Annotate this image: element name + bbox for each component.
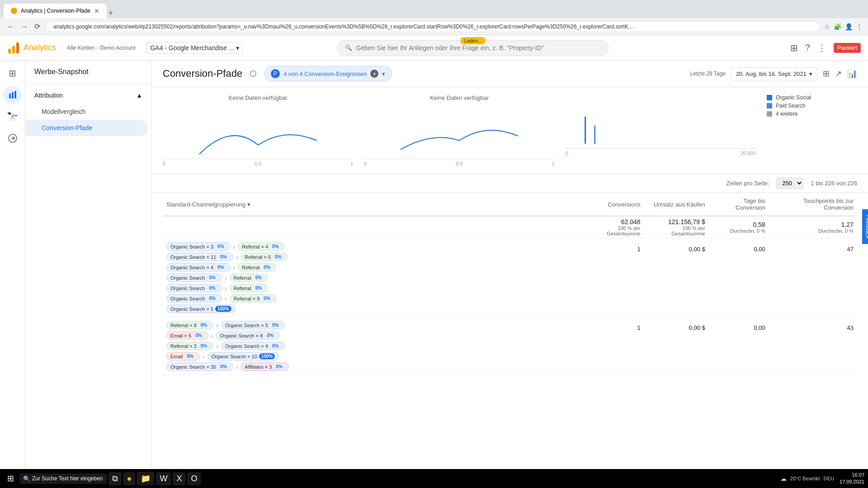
tag-referral-9: Referral × 9 0%: [230, 294, 277, 303]
search-icon: 🔍: [345, 44, 352, 51]
url-input[interactable]: [46, 21, 821, 32]
table-row: Referral × 8 0% › Organic Search × 5 0% …: [163, 317, 857, 375]
property-selector[interactable]: GA4 - Google Merchandise ... ▾: [146, 42, 243, 54]
pct-0: 0%: [270, 322, 281, 328]
pct-100: 100%: [215, 306, 231, 312]
pct-100: 100%: [259, 353, 275, 359]
reports-nav-icon[interactable]: [4, 86, 22, 104]
attribution-nav-icon[interactable]: [4, 129, 22, 147]
row1-revenue: 0,00 $: [644, 239, 709, 317]
taskbar-word[interactable]: W: [156, 472, 171, 485]
col-revenue[interactable]: Umsatz aus Käufen: [644, 193, 709, 216]
sidebar-item-modellvergleich[interactable]: Modellvergleich: [25, 103, 151, 120]
tag-organic-search-8: Organic Search × 8 0%: [216, 331, 280, 340]
taskbar-search[interactable]: 🔍 Zur Suche Text hier eingeben: [19, 474, 107, 484]
attribution-section-header[interactable]: Attribution ▲: [25, 87, 151, 103]
page-title-icon: ⬡: [250, 69, 257, 79]
col-touchpoints[interactable]: Touchpoints bis zur Conversion: [769, 193, 857, 216]
sidebar-item-conversion-pfade[interactable]: Conversion-Pfade: [25, 120, 148, 136]
word-icon: W: [160, 474, 167, 483]
start-button[interactable]: ⊞: [4, 472, 18, 485]
breadcrumb-account[interactable]: Demo Account: [100, 45, 135, 51]
content-actions: Letzte 28 Tage 20. Aug. bis 16. Sept. 20…: [690, 67, 857, 80]
share-icon[interactable]: ↗: [835, 69, 842, 79]
taskbar-task-view[interactable]: ⧉: [108, 472, 122, 485]
breadcrumb-all[interactable]: Alle Konten: [67, 45, 94, 51]
col-days-label: Tage bis Conversion: [736, 197, 765, 211]
search-input[interactable]: [356, 44, 601, 52]
pct-0: 0%: [218, 364, 229, 370]
chart-box-2: Keine Daten verfügbar 0 0,5 1: [364, 94, 554, 166]
tag-referral-single: Referral 0%: [238, 263, 277, 272]
legend-organic-social: Organic Social: [767, 94, 857, 101]
compare-icon[interactable]: ⊞: [823, 69, 830, 79]
pause-button[interactable]: Pausiert: [834, 43, 861, 53]
no-data-1: Keine Daten verfügbar: [163, 94, 353, 101]
tab-close-btn[interactable]: ✕: [94, 7, 99, 14]
explore-nav-icon[interactable]: 🔭: [4, 108, 22, 126]
more-icon[interactable]: ⋮: [856, 23, 863, 30]
col-path[interactable]: Standard-Channelgruppierung ▾: [163, 193, 580, 216]
svg-rect-0: [8, 49, 11, 53]
extension-icon[interactable]: 🧩: [834, 23, 841, 30]
chart-toggle-icon[interactable]: 📊: [847, 69, 857, 79]
feedback-button[interactable]: Feedback: [862, 209, 868, 244]
legend-dot-paid-search: [767, 103, 772, 108]
conversion-events-button[interactable]: P 4 von 4 Conversion-Ereignissen + ▾: [264, 66, 392, 81]
pct-0: 0%: [185, 353, 196, 359]
more-options-icon[interactable]: ⋮: [817, 42, 826, 53]
total-days-avg: Durchschn. 0 %: [712, 228, 765, 234]
help-icon[interactable]: ?: [805, 42, 810, 53]
clock-date: 17.09.2021: [840, 479, 864, 485]
legend-more: 4 weitere: [767, 111, 857, 117]
pct-0: 0%: [198, 343, 209, 349]
row2-days: 0,00: [709, 317, 769, 375]
excel-icon: X: [176, 474, 182, 483]
clock-time: 16:07: [840, 472, 864, 479]
tag-organic-search-5-100: Organic Search × 5 100%: [166, 305, 236, 313]
date-range-button[interactable]: 20. Aug. bis 16. Sept. 2021 ▾: [731, 67, 817, 80]
forward-button[interactable]: →: [19, 20, 30, 33]
arrow-1-5: ›: [225, 285, 227, 292]
taskbar-search-label: Zur Suche Text hier eingeben: [32, 475, 103, 482]
bookmark-icon[interactable]: ☆: [824, 23, 830, 30]
row1-touchpoints: 47: [769, 239, 857, 317]
apps-icon[interactable]: ⊞: [790, 42, 798, 53]
home-nav-icon[interactable]: ⊞: [4, 64, 22, 82]
table-controls: Zeilen pro Seite: 250 50 100 1 bis 226 v…: [152, 174, 868, 193]
pct-0: 0%: [215, 264, 226, 270]
pct-0: 0%: [274, 364, 284, 370]
back-button[interactable]: ←: [5, 20, 16, 33]
date-range-label: Letzte 28 Tage: [690, 70, 726, 77]
col-conversions[interactable]: Conversions: [580, 193, 644, 216]
row2-conversions: 1: [580, 317, 644, 375]
axis-0: 0: [163, 161, 165, 166]
taskbar-explorer[interactable]: 📁: [137, 472, 154, 485]
path-row-1-3: Organic Search × 4 0% › Referral 0%: [166, 263, 576, 272]
taskbar-excel[interactable]: X: [173, 472, 185, 485]
rows-per-page-label: Zeilen pro Seite:: [726, 180, 769, 187]
axis3-0: 0: [566, 150, 568, 156]
chart-axis-3: 0 20.000: [566, 150, 756, 156]
arrow-2-4: ›: [203, 353, 205, 360]
col-days[interactable]: Tage bis Conversion: [709, 193, 769, 216]
chrome-icon: ●: [127, 474, 132, 483]
tag-organic-search-d: Organic Search 0%: [166, 294, 222, 303]
col-path-label: Standard-Channelgruppierung: [166, 201, 245, 208]
pct-0: 0%: [193, 333, 204, 338]
col-path-dropdown-icon[interactable]: ▾: [247, 201, 250, 208]
total-revenue-val: 121.156,79 $: [648, 218, 705, 225]
table-row: Organic Search × 3 0% › Referral × 4 0% …: [163, 239, 857, 317]
new-tab-button[interactable]: +: [108, 9, 113, 18]
col-conversions-label: Conversions: [608, 201, 640, 208]
taskbar-outlook[interactable]: O: [187, 472, 201, 485]
rows-per-page-select[interactable]: 250 50 100: [776, 178, 803, 189]
taskbar-chrome[interactable]: ●: [123, 472, 136, 485]
chart-1: [163, 105, 353, 159]
pct-0: 0%: [253, 285, 264, 291]
browser-tab[interactable]: Analytics | Conversion-Pfade ✕: [4, 4, 107, 18]
refresh-button[interactable]: ⟳: [33, 20, 42, 33]
conversion-events-add-icon[interactable]: +: [370, 70, 378, 78]
profile-icon[interactable]: 👤: [845, 23, 853, 30]
arrow-1-3: ›: [233, 264, 236, 271]
